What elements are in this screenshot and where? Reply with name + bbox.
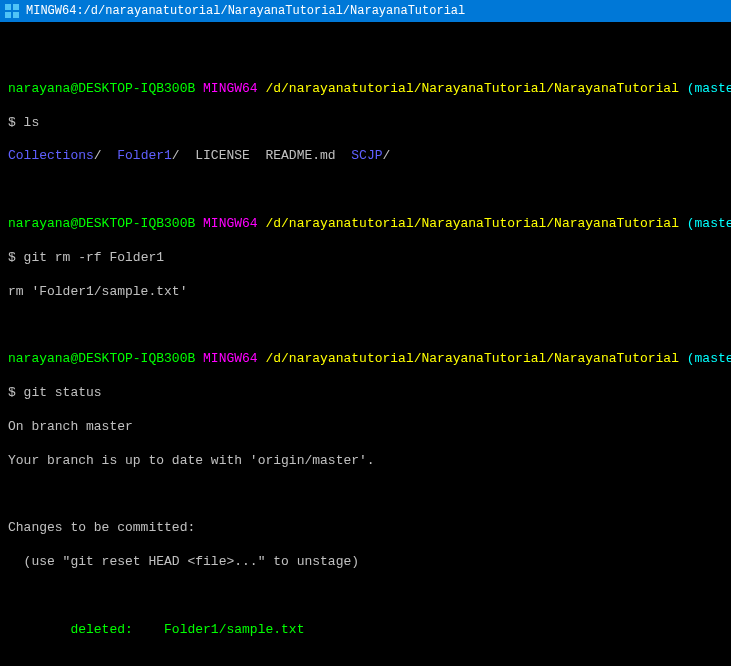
command-line: $ git status bbox=[8, 385, 723, 402]
app-icon bbox=[4, 3, 20, 19]
svg-rect-1 bbox=[13, 4, 19, 10]
prompt-line: narayana@DESKTOP-IQB300B MINGW64 /d/nara… bbox=[8, 351, 723, 368]
command-line: $ ls bbox=[8, 115, 723, 132]
window-title: MINGW64:/d/narayanatutorial/NarayanaTuto… bbox=[26, 4, 465, 18]
output-line: (use "git reset HEAD <file>..." to unsta… bbox=[8, 554, 723, 571]
output-line: On branch master bbox=[8, 419, 723, 436]
svg-rect-2 bbox=[5, 12, 11, 18]
prompt-line: narayana@DESKTOP-IQB300B MINGW64 /d/nara… bbox=[8, 216, 723, 233]
output-line: deleted: Folder1/sample.txt bbox=[8, 622, 723, 639]
command-line: $ git rm -rf Folder1 bbox=[8, 250, 723, 267]
prompt-line: narayana@DESKTOP-IQB300B MINGW64 /d/nara… bbox=[8, 81, 723, 98]
svg-rect-3 bbox=[13, 12, 19, 18]
output-line: Your branch is up to date with 'origin/m… bbox=[8, 453, 723, 470]
output-line: Changes to be committed: bbox=[8, 520, 723, 537]
output-line: rm 'Folder1/sample.txt' bbox=[8, 284, 723, 301]
svg-rect-0 bbox=[5, 4, 11, 10]
window-titlebar[interactable]: MINGW64:/d/narayanatutorial/NarayanaTuto… bbox=[0, 0, 731, 22]
terminal-area[interactable]: narayana@DESKTOP-IQB300B MINGW64 /d/nara… bbox=[0, 22, 731, 666]
output-line: Collections/ Folder1/ LICENSE README.md … bbox=[8, 148, 723, 165]
